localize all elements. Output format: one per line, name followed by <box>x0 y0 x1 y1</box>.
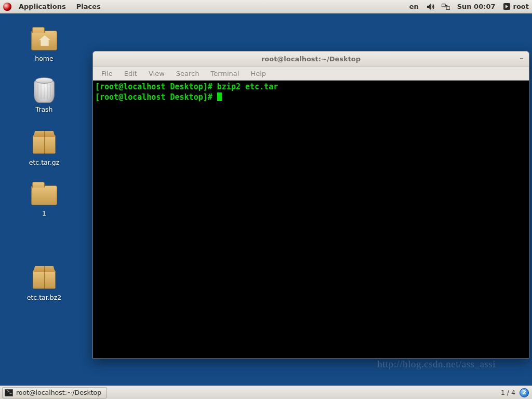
desktop-icon-label: home <box>33 54 55 63</box>
desktop-icon-label: 1 <box>40 209 48 218</box>
desktop-icon-etc-tar-gz[interactable]: etc.tar.gz <box>10 132 78 167</box>
svg-rect-0 <box>442 4 445 6</box>
folder-icon <box>30 183 58 208</box>
package-icon <box>30 132 58 157</box>
user-exit-icon <box>503 3 511 11</box>
terminal-body[interactable]: [root@localhost Desktop]# bzip2 etc.tar[… <box>93 81 529 358</box>
workspace-badge-icon[interactable]: 2 <box>520 388 529 397</box>
watermark-text: http://blog.csdn.net/ass_assi <box>377 358 496 370</box>
menu-search[interactable]: Search <box>171 68 205 79</box>
bottom-panel: root@localhost:~/Desktop 1 / 4 2 <box>0 385 532 399</box>
svg-rect-1 <box>446 7 450 9</box>
places-menu[interactable]: Places <box>72 3 105 10</box>
terminal-line: [root@localhost Desktop]# <box>95 92 527 103</box>
desktop-icon-etc-tar-bz2[interactable]: etc.tar.bz2 <box>10 267 78 302</box>
terminal-icon <box>5 389 13 396</box>
desktop-icon-home[interactable]: home <box>10 28 78 63</box>
menu-edit[interactable]: Edit <box>119 68 142 79</box>
desktop-icon-label: etc.tar.gz <box>27 158 61 167</box>
desktop-icon-label: Trash <box>33 105 55 114</box>
clock[interactable]: Sun 00:07 <box>457 3 496 10</box>
menu-terminal[interactable]: Terminal <box>205 68 244 79</box>
applications-menu[interactable]: Applications <box>15 3 70 10</box>
top-panel-right: en Sun 00:07 root <box>409 3 529 11</box>
menu-file[interactable]: File <box>96 68 118 79</box>
terminal-window[interactable]: root@localhost:~/Desktop – File Edit Vie… <box>92 51 529 358</box>
terminal-line: [root@localhost Desktop]# bzip2 etc.tar <box>95 82 527 92</box>
desktop-icon-trash[interactable]: Trash <box>10 79 78 114</box>
window-title: root@localhost:~/Desktop <box>261 55 361 63</box>
package-icon <box>30 267 58 292</box>
terminal-cursor <box>217 92 222 101</box>
window-menubar: File Edit View Search Terminal Help <box>93 67 529 81</box>
input-language-indicator[interactable]: en <box>409 3 419 10</box>
taskbar-terminal-button[interactable]: root@localhost:~/Desktop <box>2 387 107 398</box>
top-panel: Applications Places en Sun 00:07 root <box>0 0 532 14</box>
menu-help[interactable]: Help <box>245 68 271 79</box>
desktop-icon-folder-1[interactable]: 1 <box>10 183 78 218</box>
distro-logo-icon[interactable] <box>3 3 11 11</box>
network-icon[interactable] <box>442 3 450 11</box>
user-name: root <box>513 3 529 10</box>
menu-view[interactable]: View <box>143 68 170 79</box>
workspace-indicator[interactable]: 1 / 4 <box>501 389 515 396</box>
top-panel-left: Applications Places <box>3 3 105 11</box>
user-menu[interactable]: root <box>503 3 529 11</box>
trash-icon <box>30 79 58 104</box>
volume-icon[interactable] <box>426 3 434 11</box>
home-folder-icon <box>30 28 58 53</box>
window-minimize-button[interactable]: – <box>520 56 524 61</box>
window-titlebar[interactable]: root@localhost:~/Desktop – <box>93 51 529 67</box>
taskbar-button-label: root@localhost:~/Desktop <box>16 389 101 396</box>
desktop-icon-label: etc.tar.bz2 <box>25 293 63 302</box>
desktop[interactable]: home Trash etc.tar.gz 1 etc.tar.bz2 root… <box>0 14 532 385</box>
